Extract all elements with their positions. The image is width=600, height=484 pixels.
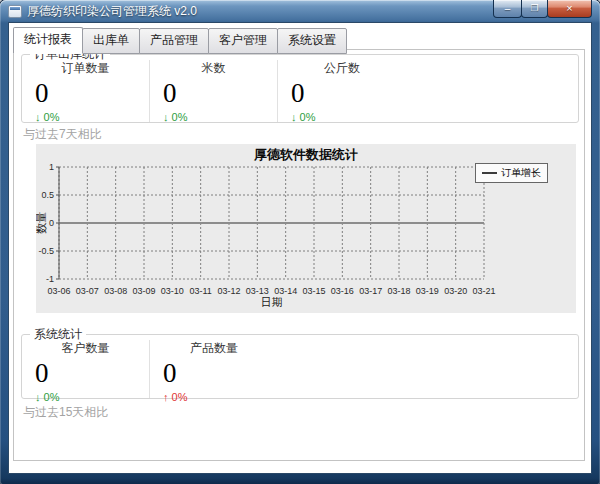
stat-value: 0	[35, 360, 149, 387]
svg-text:0.5: 0.5	[41, 190, 54, 200]
window-title: 厚德纺织印染公司管理系统 v2.0	[27, 3, 197, 20]
svg-text:厚德软件数据统计: 厚德软件数据统计	[253, 147, 358, 162]
tab-system-settings[interactable]: 系统设置	[277, 28, 347, 54]
svg-text:03-19: 03-19	[416, 286, 439, 296]
minimize-icon: –	[505, 4, 511, 14]
legend-line-icon	[482, 172, 497, 174]
order-stats-row: 订单数量 0 ↓ 0% 米数 0 ↓ 0% 公斤数 0 ↓ 0%	[22, 55, 578, 122]
trend-down-arrow-icon: ↓	[35, 111, 41, 123]
data-statistics-chart: 03-0603-0703-0803-0903-1003-1103-1203-13…	[36, 144, 576, 313]
svg-text:03-09: 03-09	[132, 286, 155, 296]
close-icon: ×	[566, 3, 572, 14]
change-percent: 0%	[44, 391, 60, 403]
stat-kilograms: 公斤数 0 ↓ 0%	[278, 60, 406, 122]
svg-text:03-06: 03-06	[47, 286, 70, 296]
app-window: 厚德纺织印染公司管理系统 v2.0 – ❐ × 统计报表 出库单 产品管理 客户…	[0, 0, 600, 484]
system-stats-row: 客户数量 0 ↓ 0% 产品数量 0 ↑ 0%	[22, 335, 578, 398]
svg-text:-1: -1	[46, 274, 54, 284]
stat-order-count: 订单数量 0 ↓ 0%	[22, 60, 150, 122]
stat-change: ↑ 0%	[163, 391, 278, 403]
tab-product-management[interactable]: 产品管理	[139, 28, 209, 54]
app-icon	[8, 5, 22, 18]
svg-text:03-08: 03-08	[104, 286, 127, 296]
stat-meters: 米数 0 ↓ 0%	[150, 60, 278, 122]
window-controls: – ❐ ×	[494, 0, 592, 18]
svg-text:03-20: 03-20	[444, 286, 467, 296]
tabstrip: 统计报表 出库单 产品管理 客户管理 系统设置	[13, 28, 346, 54]
stat-customer-count: 客户数量 0 ↓ 0%	[22, 340, 150, 398]
system-stats-compare-note: 与过去15天相比	[23, 404, 108, 421]
svg-text:数量: 数量	[36, 212, 47, 234]
stat-label: 订单数量	[22, 60, 149, 77]
stat-label: 客户数量	[22, 340, 149, 357]
change-percent: 0%	[44, 111, 60, 123]
trend-down-arrow-icon: ↓	[163, 111, 169, 123]
order-stats-groupbox: 订单出库统计 订单数量 0 ↓ 0% 米数 0 ↓ 0% 公斤数 0	[21, 54, 579, 123]
stat-change: ↓ 0%	[35, 391, 149, 403]
stat-product-count: 产品数量 0 ↑ 0%	[150, 340, 278, 398]
maximize-button[interactable]: ❐	[521, 0, 548, 18]
svg-text:1: 1	[49, 162, 54, 172]
close-button[interactable]: ×	[547, 0, 592, 18]
stat-change: ↓ 0%	[163, 111, 277, 123]
change-percent: 0%	[172, 391, 188, 403]
svg-text:03-21: 03-21	[472, 286, 495, 296]
stat-value: 0	[163, 80, 277, 107]
maximize-icon: ❐	[530, 4, 538, 13]
svg-text:日期: 日期	[261, 296, 283, 308]
stat-value: 0	[163, 360, 278, 387]
svg-text:03-17: 03-17	[359, 286, 382, 296]
trend-down-arrow-icon: ↓	[291, 111, 297, 123]
svg-text:03-16: 03-16	[331, 286, 354, 296]
system-stats-group-title: 系统统计	[30, 327, 86, 341]
tab-outbound-orders[interactable]: 出库单	[82, 28, 140, 54]
svg-text:03-11: 03-11	[189, 286, 211, 296]
tab-stats-report[interactable]: 统计报表	[13, 27, 83, 54]
minimize-button[interactable]: –	[493, 0, 522, 18]
svg-text:03-12: 03-12	[217, 286, 240, 296]
svg-text:03-15: 03-15	[302, 286, 325, 296]
trend-down-arrow-icon: ↓	[35, 391, 41, 403]
trend-up-arrow-icon: ↑	[163, 391, 169, 403]
stat-label: 公斤数	[278, 60, 406, 77]
stat-value: 0	[291, 80, 406, 107]
change-percent: 0%	[300, 111, 316, 123]
order-stats-compare-note: 与过去7天相比	[23, 126, 102, 143]
stat-label: 产品数量	[150, 340, 278, 357]
change-percent: 0%	[172, 111, 188, 123]
legend-label: 订单增长	[501, 166, 541, 180]
svg-text:-0.5: -0.5	[38, 246, 54, 256]
stat-value: 0	[35, 80, 149, 107]
stat-change: ↓ 0%	[35, 111, 149, 123]
stat-change: ↓ 0%	[291, 111, 406, 123]
chart-legend: 订单增长	[475, 163, 548, 183]
system-stats-groupbox: 系统统计 客户数量 0 ↓ 0% 产品数量 0 ↑ 0%	[21, 334, 579, 399]
client-area: 统计报表 出库单 产品管理 客户管理 系统设置 订单出库统计 订单数量 0 ↓ …	[8, 22, 592, 474]
tab-customer-management[interactable]: 客户管理	[208, 28, 278, 54]
svg-text:03-10: 03-10	[161, 286, 184, 296]
tabpage-stats-report: 订单出库统计 订单数量 0 ↓ 0% 米数 0 ↓ 0% 公斤数 0	[13, 49, 585, 461]
svg-text:0: 0	[49, 218, 54, 228]
svg-text:03-14: 03-14	[274, 286, 297, 296]
svg-text:03-07: 03-07	[76, 286, 99, 296]
svg-text:03-13: 03-13	[246, 286, 269, 296]
stat-label: 米数	[150, 60, 277, 77]
svg-text:03-18: 03-18	[387, 286, 410, 296]
